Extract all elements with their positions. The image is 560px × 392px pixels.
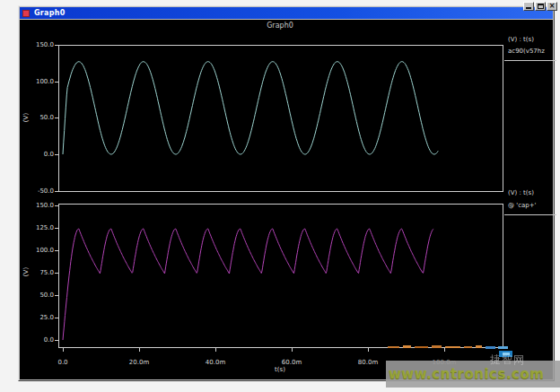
y-tick-mark [55,273,58,274]
x-tick-label: 40.0m [196,359,235,366]
y-tick-mark [55,82,58,83]
x-tick-mark [444,348,445,352]
x-tick-mark [215,348,216,352]
chart-title: Graph0 [190,22,370,30]
top-legend-trace[interactable]: ac90(v57hz [508,48,558,56]
maximize-icon [538,4,544,9]
artifact-dash [445,346,460,348]
artifact-dash [486,346,495,349]
x-tick-label: 0.0 [43,359,83,366]
y-tick-label: 25.0 [23,314,54,321]
watermark-url-text: www.cntronics.com [389,366,559,382]
y-tick-mark [55,340,58,341]
y-tick-mark [55,295,58,296]
bottom-plot-area[interactable] [58,204,503,348]
y-tick-mark [55,154,58,155]
artifact-dash [498,346,508,349]
x-tick-label: 80.0m [348,359,388,366]
y-tick-label: 150.0 [23,41,54,48]
bottom-legend-divider [504,214,556,215]
x-tick-label: 60.0m [272,359,311,366]
y-tick-label: 125.0 [23,224,54,231]
y-tick-mark [55,250,58,251]
y-tick-mark [55,228,58,229]
x-tick-mark [139,348,140,352]
y-tick-label: 150.0 [23,202,54,209]
x-tick-label: 20.0m [119,359,159,366]
y-tick-label: 100.0 [23,247,54,254]
window-controls: × [523,2,557,11]
y-tick-label: -50.0 [23,187,54,195]
y-tick-mark [55,191,58,192]
minimize-icon [526,7,531,9]
artifact-dash [388,346,399,348]
y-tick-mark [55,45,58,46]
screen: Graph0 × Graph0 (V) (V) 150.0100.050.00.… [0,0,560,392]
maximize-button[interactable] [535,2,546,11]
bottom-legend-trace[interactable]: @ 'cap+' [508,202,558,210]
y-tick-label: 0.0 [23,151,54,158]
x-tick-mark [368,348,369,352]
y-tick-label: 75.0 [23,269,54,276]
top-legend-header: (V) : t(s) [508,36,558,44]
artifact-dash [432,345,442,348]
x-tick-mark [292,348,293,352]
title-bar[interactable]: Graph0 [20,7,553,19]
bottom-legend-header: (V) : t(s) [508,189,558,197]
close-button[interactable]: × [547,2,557,11]
top-plot-area[interactable] [58,45,503,192]
y-tick-mark [55,205,58,206]
artifact-dash [403,345,411,348]
artifact-dash [476,345,482,348]
x-axis-label: t(s) [253,366,307,373]
y-tick-label: 100.0 [23,78,54,85]
artifact-dash [415,346,428,348]
artifact-dash [464,346,472,348]
window-title: Graph0 [34,9,66,17]
x-tick-mark [63,348,64,352]
y-tick-mark [55,118,58,118]
top-legend-divider [504,60,556,61]
y-tick-mark [55,318,58,318]
app-icon [22,10,30,17]
y-tick-label: 0.0 [23,336,54,344]
y-tick-label: 50.0 [23,292,54,299]
minimize-button[interactable] [523,2,534,11]
y-tick-label: 50.0 [23,114,54,121]
